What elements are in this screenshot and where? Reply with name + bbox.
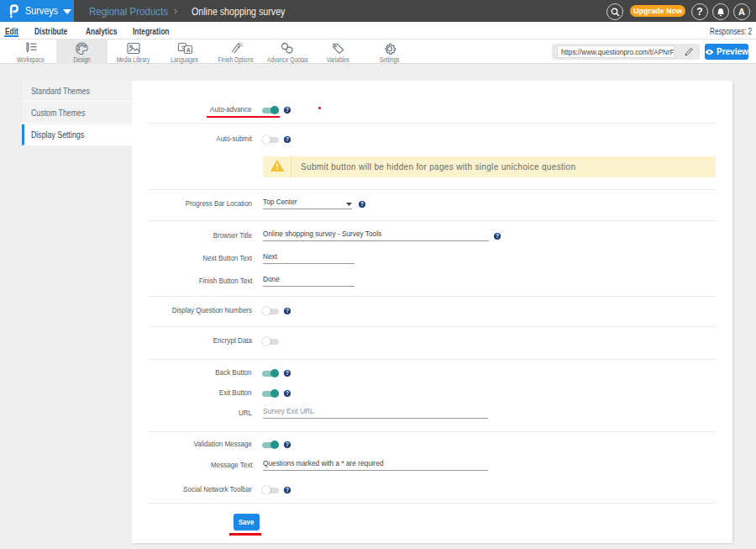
- svg-text:A: A: [186, 47, 190, 53]
